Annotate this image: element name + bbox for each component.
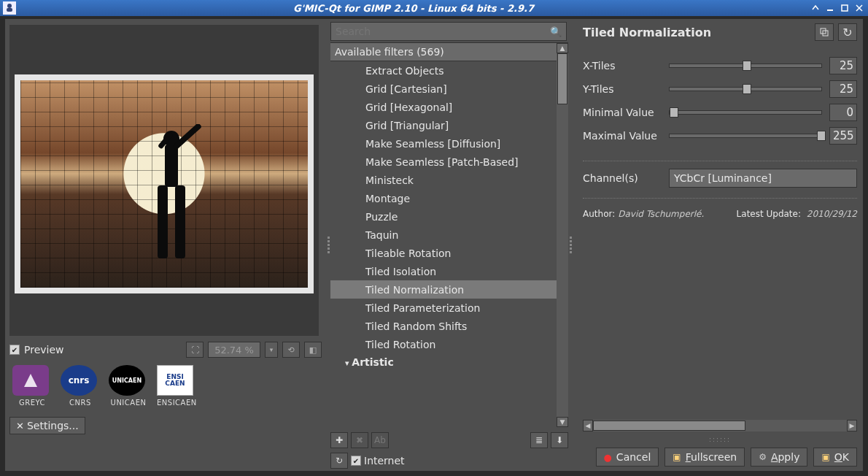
filter-item[interactable]: Tiled Isolation [330, 262, 557, 280]
filter-item[interactable]: Tiled Normalization [330, 280, 557, 299]
refresh-filters-button[interactable]: ↻ [330, 453, 348, 469]
hscroll-thumb[interactable] [593, 421, 745, 431]
param-value[interactable]: 25 [829, 57, 857, 74]
scroll-left-icon[interactable]: ◀ [583, 420, 593, 431]
resize-grip-icon[interactable]: :::::: [583, 436, 857, 443]
sponsor-label: ENSICAEN [157, 399, 196, 407]
params-hscrollbar[interactable]: ◀ ▶ [583, 420, 857, 431]
filter-list[interactable]: Available filters (569) Extract ObjectsG… [330, 43, 557, 427]
preview-panel: ✔ Preview ⛶ 52.74 % ▾ ⟲ ◧ GREYC cnrs CNR… [5, 19, 326, 471]
filter-item[interactable]: Tileable Rotation [330, 244, 557, 262]
rename-fave-button[interactable]: Ab [371, 432, 389, 448]
maximize-button[interactable] [839, 3, 850, 13]
settings-label: Settings... [27, 420, 79, 431]
zoom-toggle-button[interactable]: ◧ [304, 342, 322, 358]
cancel-button[interactable]: ● Cancel [596, 448, 659, 467]
svg-rect-6 [158, 185, 168, 258]
param-value[interactable]: 255 [829, 127, 857, 145]
slider-knob[interactable] [817, 131, 826, 141]
sponsor-greyc[interactable]: GREYC [12, 365, 52, 407]
minimize-button[interactable] [824, 3, 836, 13]
internet-label: Internet [364, 455, 405, 467]
slider-knob[interactable] [670, 107, 678, 118]
filter-item[interactable]: Make Seamless [Patch-Based] [330, 153, 557, 171]
fullscreen-icon: ▣ [673, 452, 681, 462]
close-button[interactable] [853, 3, 865, 13]
window-title: G'MIC-Qt for GIMP 2.10 - Linux 64 bits -… [20, 3, 807, 14]
scroll-right-icon[interactable]: ▶ [847, 420, 857, 431]
fullscreen-label: Fullscreen [686, 451, 737, 463]
ok-label: OK [834, 451, 849, 463]
svg-rect-1 [7, 8, 12, 12]
list-scrollbar[interactable]: ▲ ▼ [557, 43, 568, 427]
reset-params-button[interactable]: ↻ [838, 23, 857, 41]
filter-item[interactable]: Ministeck [330, 171, 557, 189]
slider-knob[interactable] [743, 84, 751, 94]
filter-item[interactable]: Grid [Triangular] [330, 116, 557, 134]
scroll-thumb[interactable] [557, 53, 567, 104]
cancel-icon: ● [604, 452, 612, 463]
filter-item[interactable]: Grid [Cartesian] [330, 80, 557, 98]
param-label: X-Tiles [583, 60, 669, 72]
apply-button[interactable]: ⚙ Apply [751, 448, 807, 467]
copy-command-button[interactable] [815, 23, 834, 41]
ok-button[interactable]: ▣ OK [813, 448, 857, 467]
search-input[interactable] [336, 26, 550, 37]
param-value[interactable]: 25 [829, 80, 857, 98]
filter-item[interactable]: Extract Objects [330, 61, 557, 80]
param-slider[interactable] [669, 110, 822, 115]
sponsor-label: UNICAEN [109, 399, 148, 407]
preview-checkbox[interactable]: ✔ [9, 345, 20, 355]
cnrs-logo-icon: cnrs [61, 365, 97, 396]
filter-item[interactable]: Taquin [330, 226, 557, 244]
param-label: Y-Tiles [583, 83, 669, 95]
main-container: ✔ Preview ⛶ 52.74 % ▾ ⟲ ◧ GREYC cnrs CNR… [0, 16, 868, 476]
add-fave-button[interactable]: ✚ [330, 432, 348, 448]
fullscreen-button[interactable]: ▣ Fullscreen [664, 448, 745, 467]
slider-knob[interactable] [743, 61, 751, 71]
filter-item[interactable]: Montage [330, 189, 557, 207]
filter-item[interactable]: Grid [Hexagonal] [330, 98, 557, 116]
filter-category[interactable]: Artistic [330, 353, 557, 371]
filter-item[interactable]: Puzzle [330, 207, 557, 226]
remove-fave-button[interactable]: ✖ [351, 432, 368, 448]
sponsor-ensicaen[interactable]: ENSI CAEN ENSICAEN [157, 365, 196, 407]
expand-all-button[interactable]: ≣ [530, 432, 548, 448]
param-value[interactable]: 0 [829, 104, 857, 121]
settings-button[interactable]: ✕ Settings... [9, 417, 85, 434]
param-slider[interactable] [669, 64, 822, 68]
param-label: Maximal Value [583, 130, 669, 142]
shade-button[interactable] [810, 3, 821, 13]
sponsor-cnrs[interactable]: cnrs CNRS [61, 365, 100, 407]
param-row: Maximal Value255 [583, 127, 857, 145]
collapse-all-button[interactable]: ⬇ [551, 432, 568, 448]
preview-content-icon [131, 124, 212, 277]
filter-item[interactable]: Tiled Rotation [330, 335, 557, 353]
zoom-fit-button[interactable]: ⛶ [186, 342, 204, 358]
unicaen-logo-icon: UNICAEN [109, 365, 145, 396]
param-slider[interactable] [669, 87, 822, 91]
gear-icon: ✕ [16, 421, 24, 431]
internet-checkbox[interactable]: ✔ [351, 456, 361, 466]
filter-item[interactable]: Tiled Random Shifts [330, 317, 557, 335]
app-icon [3, 1, 16, 15]
svg-point-0 [7, 4, 12, 8]
cancel-label: Cancel [616, 451, 651, 463]
param-row: Y-Tiles25 [583, 80, 857, 98]
zoom-reset-button[interactable]: ⟲ [282, 342, 300, 358]
svg-rect-5 [165, 145, 178, 187]
zoom-value[interactable]: 52.74 % [208, 342, 260, 358]
scroll-up-icon[interactable]: ▲ [557, 43, 568, 53]
author-row: Author: David Tschumperlé. Latest Update… [583, 209, 857, 219]
filter-item[interactable]: Tiled Parameterization [330, 299, 557, 317]
sponsor-unicaen[interactable]: UNICAEN UNICAEN [109, 365, 148, 407]
search-icon: 🔍 [550, 26, 562, 37]
param-label: Minimal Value [583, 107, 669, 118]
filter-item[interactable]: Make Seamless [Diffusion] [330, 134, 557, 153]
scroll-down-icon[interactable]: ▼ [557, 417, 568, 427]
zoom-dropdown[interactable]: ▾ [265, 342, 278, 358]
channel-select[interactable]: YCbCr [Luminance] [669, 169, 857, 188]
preview-controls: ✔ Preview ⛶ 52.74 % ▾ ⟲ ◧ [9, 342, 322, 358]
param-slider[interactable] [669, 134, 822, 138]
preview-image[interactable] [9, 25, 319, 336]
